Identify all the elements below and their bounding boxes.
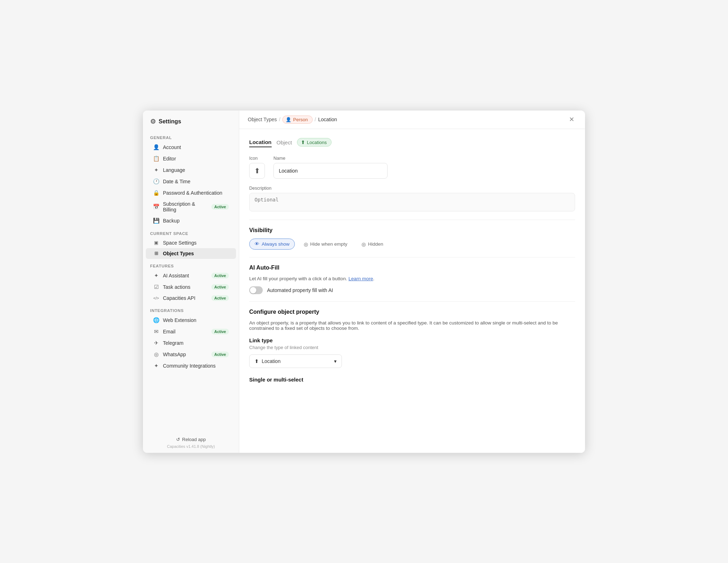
lock-icon: 🔒 <box>153 190 159 196</box>
space-settings-icon: ▣ <box>153 240 159 245</box>
web-icon: 🌐 <box>153 317 159 323</box>
configure-desc: An object property, is a property that a… <box>249 320 575 331</box>
sidebar-item-label: Web Extension <box>163 317 196 323</box>
gear-icon: ⚙ <box>150 118 156 126</box>
close-button[interactable]: ✕ <box>566 114 576 124</box>
ai-badge: Active <box>211 273 229 278</box>
name-col: Name <box>273 156 388 179</box>
hidden-label: Hidden <box>368 241 383 247</box>
sidebar-item-web-extension[interactable]: 🌐 Web Extension <box>146 314 236 326</box>
link-type-text: Location <box>262 358 281 364</box>
sidebar-item-label: Telegram <box>163 340 184 346</box>
sidebar-item-community[interactable]: ✦ Community Integrations <box>146 360 236 372</box>
configure-section: Configure object property An object prop… <box>249 309 575 383</box>
locations-badge-label: Locations <box>307 140 327 145</box>
link-type-sub: Change the type of linked content <box>249 345 575 350</box>
sidebar-item-billing[interactable]: 📅 Subscription & Billing Active <box>146 199 236 215</box>
sidebar-item-email[interactable]: ✉ Email Active <box>146 326 236 337</box>
breadcrumb-person[interactable]: 👤 Person <box>282 116 312 124</box>
task-badge: Active <box>211 284 229 290</box>
sidebar-item-datetime[interactable]: 🕐 Date & Time <box>146 176 236 187</box>
sidebar-item-label: Password & Authentication <box>163 190 222 196</box>
icon-label: Icon <box>249 156 265 161</box>
sidebar-item-ai-assistant[interactable]: ✦ AI Assistant Active <box>146 270 236 281</box>
hide-icon: ◎ <box>304 241 308 247</box>
language-icon: ✦ <box>153 167 159 173</box>
close-icon: ✕ <box>569 116 574 123</box>
sidebar-item-label: Capacities API <box>163 295 195 301</box>
configure-title: Configure object property <box>249 309 575 315</box>
visibility-title: Visibility <box>249 227 575 234</box>
always-show-button[interactable]: 👁 Always show <box>249 239 295 250</box>
hidden-icon: ◎ <box>362 241 366 247</box>
sidebar-item-capacities-api[interactable]: </> Capacities API Active <box>146 293 236 303</box>
link-type-select[interactable]: ⬆ Location ▾ <box>249 354 342 368</box>
breadcrumb: Object Types / 👤 Person / Location <box>248 116 337 124</box>
tab-row: Location Object ⬆ Locations <box>249 138 575 147</box>
sidebar-item-whatsapp[interactable]: ◎ WhatsApp Active <box>146 349 236 360</box>
sidebar-item-label: WhatsApp <box>163 352 186 357</box>
sidebar: ⚙ Settings General 👤 Account 📋 Editor ✦ … <box>143 111 239 453</box>
sidebar-item-language[interactable]: ✦ Language <box>146 164 236 176</box>
version-label: Capacities v1.41.8 (Nightly) <box>150 444 232 449</box>
main-panel: Object Types / 👤 Person / Location ✕ Loc… <box>239 111 585 453</box>
topbar: Object Types / 👤 Person / Location ✕ <box>239 111 585 129</box>
sidebar-item-label: Editor <box>163 156 176 162</box>
toggle-knob <box>250 287 256 293</box>
content-area: Location Object ⬆ Locations Icon ⬆ Name <box>239 129 585 453</box>
eye-icon: 👁 <box>255 241 260 247</box>
divider-1 <box>249 220 575 220</box>
ai-desc-after: . <box>373 276 374 281</box>
location-icon: ⬆ <box>254 167 260 175</box>
sidebar-item-space-settings[interactable]: ▣ Space Settings <box>146 237 236 248</box>
link-type-value: ⬆ Location <box>255 358 281 364</box>
billing-icon: 📅 <box>153 204 159 210</box>
ai-icon: ✦ <box>153 272 159 279</box>
sidebar-item-editor[interactable]: 📋 Editor <box>146 153 236 164</box>
ai-toggle[interactable] <box>249 286 263 294</box>
toggle-label: Automated property fill with AI <box>267 287 333 293</box>
chevron-down-icon: ▾ <box>334 358 337 364</box>
icon-col: Icon ⬆ <box>249 156 265 179</box>
sidebar-item-task-actions[interactable]: ☑ Task actions Active <box>146 281 236 293</box>
ai-autofill-section: AI Auto-Fill Let AI fill your property w… <box>249 265 575 294</box>
breadcrumb-sep1: / <box>279 117 280 122</box>
breadcrumb-object-types[interactable]: Object Types <box>248 117 277 122</box>
icon-picker[interactable]: ⬆ <box>249 163 265 179</box>
breadcrumb-sep2: / <box>315 117 316 122</box>
single-multi-title: Single or multi-select <box>249 377 575 383</box>
backup-icon: 💾 <box>153 217 159 224</box>
sidebar-item-telegram[interactable]: ✈ Telegram <box>146 337 236 349</box>
task-icon: ☑ <box>153 284 159 290</box>
sidebar-item-password[interactable]: 🔒 Password & Authentication <box>146 187 236 199</box>
sidebar-item-label: Subscription & Billing <box>163 201 208 213</box>
divider-3 <box>249 301 575 302</box>
sidebar-item-label: Space Settings <box>163 240 196 246</box>
desc-label: Description <box>249 186 575 191</box>
sidebar-header: ⚙ Settings <box>143 111 239 130</box>
object-types-icon: ⊞ <box>153 251 159 256</box>
reload-app-button[interactable]: ↺ Reload app <box>150 437 232 442</box>
breadcrumb-location: Location <box>318 117 337 122</box>
visibility-section: Visibility 👁 Always show ◎ Hide when emp… <box>249 227 575 250</box>
tab-object[interactable]: Object <box>274 138 295 147</box>
tab-locations-badge[interactable]: ⬆ Locations <box>297 138 332 147</box>
sidebar-item-account[interactable]: 👤 Account <box>146 142 236 153</box>
reload-icon: ↺ <box>176 437 180 442</box>
sidebar-item-label: Object Types <box>163 251 194 256</box>
sidebar-item-object-types[interactable]: ⊞ Object Types <box>146 248 236 259</box>
visibility-options: 👁 Always show ◎ Hide when empty ◎ Hidden <box>249 239 575 250</box>
learn-more-link[interactable]: Learn more <box>348 276 373 281</box>
tab-location[interactable]: Location <box>249 138 272 147</box>
hidden-button[interactable]: ◎ Hidden <box>356 239 389 250</box>
sidebar-item-label: Date & Time <box>163 179 190 184</box>
desc-input[interactable] <box>249 193 575 211</box>
name-label: Name <box>273 156 388 161</box>
name-input[interactable] <box>273 163 388 179</box>
sidebar-item-backup[interactable]: 💾 Backup <box>146 215 236 226</box>
api-icon: </> <box>153 296 159 300</box>
hide-when-empty-button[interactable]: ◎ Hide when empty <box>298 239 353 250</box>
form-icon-name-row: Icon ⬆ Name <box>249 156 575 179</box>
sidebar-item-label: Backup <box>163 218 180 224</box>
sidebar-item-label: Email <box>163 329 175 334</box>
